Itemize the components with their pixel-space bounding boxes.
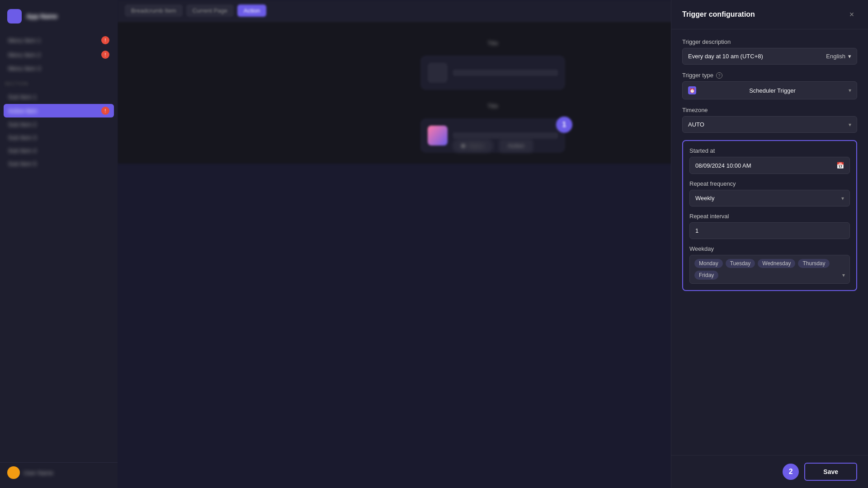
bottom-bar: Status Action [453,139,533,153]
weekday-monday[interactable]: Monday [694,259,723,268]
sidebar-active-item[interactable]: Active Item ! [4,104,114,117]
sidebar-item-2[interactable]: Menu Item 2 ! [4,48,114,61]
timezone-select[interactable]: AUTO ▾ [682,116,857,133]
weekday-chevron-icon: ▾ [842,272,845,278]
step-2-badge: 2 [783,464,799,480]
repeat-frequency-chevron-icon: ▾ [841,195,844,202]
panel-body: Trigger description Every day at 10 am (… [671,29,868,455]
highlighted-section: Started at 08/09/2024 10:00 AM 📅 Repeat … [682,140,857,291]
repeat-interval-input[interactable]: 1 [689,222,850,239]
active-badge: ! [101,107,109,115]
bottom-action[interactable]: Action [499,139,533,153]
timezone-group: Timezone AUTO ▾ [682,107,857,133]
sidebar-sub-item-3[interactable]: Sub Item 3 [4,131,114,144]
weekday-friday[interactable]: Friday [694,271,718,280]
sidebar-sub-item-5[interactable]: Sub Item 5 [4,158,114,170]
timezone-chevron-icon: ▾ [849,122,851,128]
weekday-label: Weekday [689,245,850,252]
topbar-breadcrumb: Breadcrumb Item [125,5,183,17]
sidebar-header: App Name [0,5,118,27]
sidebar-main-nav: Menu Item 1 ! Menu Item 2 ! Menu Item 3 [0,31,118,77]
sidebar-user: User Name [7,466,110,479]
language-select[interactable]: English ▾ [826,53,851,60]
repeat-frequency-select[interactable]: Weekly ▾ [689,190,850,206]
repeat-interval-label: Repeat interval [689,213,850,220]
sidebar-sub-item-1[interactable]: Sub Item 1 [4,91,114,103]
calendar-icon: 📅 [836,162,844,169]
sidebar-item-3[interactable]: Menu Item 3 [4,62,114,75]
trigger-type-chevron-icon: ▾ [849,87,851,94]
flow-icon-1 [428,63,448,83]
trigger-panel: Trigger configuration × Trigger descript… [671,0,868,488]
bottom-status-text: Status [468,142,485,149]
scheduler-icon: ⏰ [688,86,696,94]
started-at-label: Started at [689,147,850,154]
flow-card-1 [420,56,565,90]
sidebar-sub-item-4[interactable]: Sub Item 4 [4,145,114,157]
sidebar: App Name Menu Item 1 ! Menu Item 2 ! Men… [0,0,118,488]
panel-header: Trigger configuration × [671,0,868,29]
panel-title: Trigger configuration [682,10,755,19]
bottom-pill: Status [453,139,494,153]
badge-2: ! [101,51,109,59]
trigger-description-row: Every day at 10 am (UTC+8) English ▾ [682,48,857,65]
trigger-type-select[interactable]: ⏰ Scheduler Trigger ▾ [682,81,857,99]
repeat-frequency-group: Repeat frequency Weekly ▾ [689,180,850,206]
flow-text-2 [453,132,558,139]
trigger-type-group: Trigger type ? ⏰ Scheduler Trigger ▾ [682,72,857,99]
weekday-select[interactable]: Monday Tuesday Wednesday Thursday Friday… [689,255,850,284]
sidebar-bottom: User Name [0,462,118,483]
trigger-type-info-icon[interactable]: ? [716,72,722,79]
weekday-tuesday[interactable]: Tuesday [726,259,755,268]
badge-1: ! [101,36,109,44]
user-name: User Name [24,469,53,476]
trigger-description-value: Every day at 10 am (UTC+8) [688,53,822,60]
sidebar-sub-nav: Sub Item 1 Active Item ! Sub Item 2 Sub … [0,88,118,173]
repeat-interval-group: Repeat interval 1 [689,213,850,239]
weekday-wednesday[interactable]: Wednesday [758,259,795,268]
close-button[interactable]: × [846,9,857,20]
sidebar-sub-item-2[interactable]: Sub Item 2 [4,118,114,131]
flow-icon-2 [428,126,448,145]
sidebar-logo [7,9,22,23]
step-1-badge: 1 [556,117,572,133]
trigger-description-group: Trigger description Every day at 10 am (… [682,38,857,65]
save-button[interactable]: Save [804,463,857,481]
lang-chevron-icon: ▾ [848,53,851,60]
flow-text-1 [453,70,558,76]
flow-title-1: Title [487,40,498,47]
started-at-input[interactable]: 08/09/2024 10:00 AM 📅 [689,157,850,174]
status-dot [462,144,465,148]
weekday-group: Weekday Monday Tuesday Wednesday Thursda… [689,245,850,284]
repeat-frequency-label: Repeat frequency [689,180,850,187]
sidebar-section-label: Section [0,77,118,88]
sidebar-app-title: App Name [26,13,57,20]
trigger-description-label: Trigger description [682,38,857,45]
user-avatar [7,466,20,479]
panel-footer: 2 Save [671,455,868,488]
weekday-thursday[interactable]: Thursday [798,259,830,268]
topbar-current: Current Page [186,5,234,17]
flow-title-2: Title [487,103,498,109]
main-wrapper: Breadcrumb Item Current Page Action Titl… [118,0,868,488]
timezone-label: Timezone [682,107,857,113]
started-at-group: Started at 08/09/2024 10:00 AM 📅 [689,147,850,174]
trigger-type-label: Trigger type ? [682,72,857,79]
sidebar-item-1[interactable]: Menu Item 1 ! [4,33,114,47]
topbar-action-button[interactable]: Action [237,5,266,17]
